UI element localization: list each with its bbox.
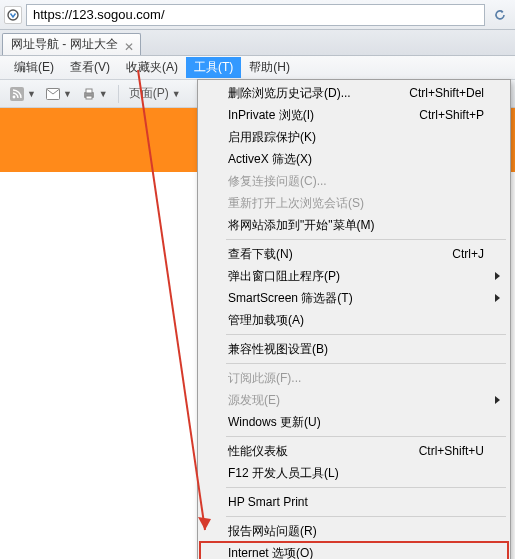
rss-icon[interactable]: ▼ — [6, 85, 40, 103]
menu-f12-tools[interactable]: F12 开发人员工具(L) — [200, 462, 508, 484]
svg-rect-6 — [86, 96, 92, 99]
chevron-down-icon: ▼ — [27, 89, 36, 99]
menu-add-to-start[interactable]: 将网站添加到"开始"菜单(M) — [200, 214, 508, 236]
menu-smartscreen[interactable]: SmartScreen 筛选器(T) — [200, 287, 508, 309]
menu-separator — [226, 516, 506, 517]
shortcut-text: Ctrl+Shift+U — [419, 444, 484, 458]
shortcut-text: Ctrl+Shift+Del — [409, 86, 484, 100]
menu-tools[interactable]: 工具(T) — [186, 57, 241, 78]
menu-separator — [226, 436, 506, 437]
mail-icon[interactable]: ▼ — [42, 86, 76, 102]
menu-bar: 编辑(E) 查看(V) 收藏夹(A) 工具(T) 帮助(H) — [0, 56, 515, 80]
close-icon[interactable]: ✕ — [122, 37, 136, 57]
menu-feed-discovery: 源发现(E) — [200, 389, 508, 411]
go-refresh-icon[interactable] — [489, 4, 511, 26]
menu-view[interactable]: 查看(V) — [62, 57, 118, 78]
svg-rect-5 — [86, 89, 92, 93]
menu-separator — [226, 334, 506, 335]
menu-hp-smart-print[interactable]: HP Smart Print — [200, 491, 508, 513]
svg-point-2 — [13, 95, 16, 98]
menu-tracking-protection[interactable]: 启用跟踪保护(K) — [200, 126, 508, 148]
menu-fix-connection: 修复连接问题(C)... — [200, 170, 508, 192]
menu-favorites[interactable]: 收藏夹(A) — [118, 57, 186, 78]
chevron-down-icon: ▼ — [99, 89, 108, 99]
toolbar-separator — [118, 85, 119, 103]
chevron-down-icon: ▼ — [63, 89, 72, 99]
menu-popup-blocker[interactable]: 弹出窗口阻止程序(P) — [200, 265, 508, 287]
print-icon[interactable]: ▼ — [78, 85, 112, 103]
svg-point-0 — [8, 10, 18, 20]
menu-separator — [226, 363, 506, 364]
address-bar-area: https://123.sogou.com/ — [0, 0, 515, 30]
menu-delete-history[interactable]: 删除浏览历史记录(D)...Ctrl+Shift+Del — [200, 82, 508, 104]
menu-windows-update[interactable]: Windows 更新(U) — [200, 411, 508, 433]
favicon-icon — [4, 6, 22, 24]
browser-tab[interactable]: 网址导航 - 网址大全 ✕ — [2, 33, 141, 55]
page-menu-button[interactable]: 页面(P) ▼ — [125, 83, 185, 104]
menu-internet-options[interactable]: Internet 选项(O) — [200, 542, 508, 559]
page-menu-label: 页面(P) — [129, 85, 169, 102]
menu-subscribe-feed: 订阅此源(F)... — [200, 367, 508, 389]
menu-inprivate[interactable]: InPrivate 浏览(I)Ctrl+Shift+P — [200, 104, 508, 126]
shortcut-text: Ctrl+Shift+P — [419, 108, 484, 122]
tab-strip: 网址导航 - 网址大全 ✕ — [0, 30, 515, 56]
menu-manage-addons[interactable]: 管理加载项(A) — [200, 309, 508, 331]
menu-view-downloads[interactable]: 查看下载(N)Ctrl+J — [200, 243, 508, 265]
tab-title: 网址导航 - 网址大全 — [11, 37, 118, 51]
address-input[interactable]: https://123.sogou.com/ — [26, 4, 485, 26]
menu-edit[interactable]: 编辑(E) — [6, 57, 62, 78]
tools-dropdown: 删除浏览历史记录(D)...Ctrl+Shift+Del InPrivate 浏… — [197, 79, 511, 559]
shortcut-text: Ctrl+J — [452, 247, 484, 261]
menu-perf-dashboard[interactable]: 性能仪表板Ctrl+Shift+U — [200, 440, 508, 462]
menu-help[interactable]: 帮助(H) — [241, 57, 298, 78]
menu-separator — [226, 487, 506, 488]
menu-reopen-last: 重新打开上次浏览会话(S) — [200, 192, 508, 214]
menu-activex-filter[interactable]: ActiveX 筛选(X) — [200, 148, 508, 170]
menu-separator — [226, 239, 506, 240]
menu-report-site[interactable]: 报告网站问题(R) — [200, 520, 508, 542]
chevron-down-icon: ▼ — [172, 89, 181, 99]
menu-compat-view[interactable]: 兼容性视图设置(B) — [200, 338, 508, 360]
